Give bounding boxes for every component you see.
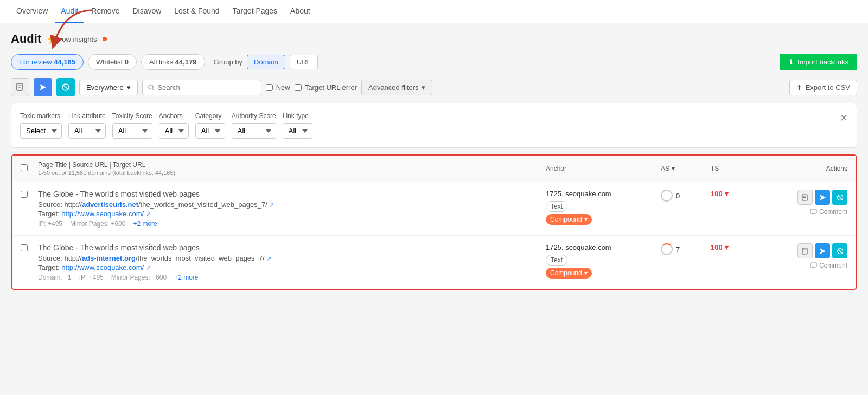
action-send-button-2[interactable] [815, 243, 830, 258]
svg-marker-12 [820, 195, 826, 200]
import-backlinks-button[interactable]: ⬇ Import backlinks [780, 54, 857, 70]
comment-button-1[interactable]: Comment [810, 208, 847, 216]
row-meta-1: IP: +495 Mirror Pages: +600 +2 more [38, 220, 539, 228]
row-source-2: Source: http://ads-internet.org/the_worl… [38, 254, 539, 262]
nav-target-pages[interactable]: Target Pages [227, 0, 283, 23]
row-checkbox-2[interactable] [21, 243, 31, 253]
row-as-1: 0 [661, 190, 704, 202]
row-meta-2: Domain: +1 IP: +495 Mirror Pages: +600 +… [38, 274, 539, 281]
advanced-filter-panel: Toxic markers Select Link attribute All … [11, 103, 857, 148]
col-header-as[interactable]: AS ▾ [661, 165, 704, 172]
anchor-compound-badge-1[interactable]: Compound ▾ [546, 214, 592, 225]
export-csv-button[interactable]: ⬆ Export to CSV [789, 80, 857, 95]
advanced-filters-button[interactable]: Advanced filters ▾ [361, 80, 433, 95]
chevron-compound-icon-1: ▾ [584, 216, 588, 223]
row-title-2: The Globe - The world's most visited web… [38, 243, 539, 252]
ext-link-icon-2[interactable]: ↗ [266, 255, 271, 262]
group-by-label: Group by [214, 58, 242, 66]
svg-line-6 [63, 85, 68, 90]
group-by-domain[interactable]: Domain [247, 55, 285, 69]
target-url-error-checkbox[interactable] [295, 84, 302, 91]
category-select[interactable]: All [195, 123, 225, 139]
everywhere-dropdown[interactable]: Everywhere ▾ [79, 80, 138, 95]
comment-button-2[interactable]: Comment [810, 262, 847, 269]
as-value-2: 7 [676, 245, 680, 254]
send-icon-button[interactable] [34, 78, 52, 96]
svg-rect-22 [810, 263, 816, 267]
more-link-1[interactable]: +2 more [133, 220, 157, 228]
row-title-1: The Globe - The world's most visited web… [38, 190, 539, 198]
target-url-link-2[interactable]: http://www.seoquake.com/ [61, 263, 144, 271]
row-ts-1: 100 ▾ [711, 190, 754, 198]
action-doc-button-2[interactable] [797, 243, 813, 258]
tab-whitelist[interactable]: Whitelist 0 [88, 54, 137, 70]
source-domain-link-1[interactable]: advertiseurls.net [82, 200, 138, 209]
nav-lost-found[interactable]: Lost & Found [169, 0, 225, 23]
filter-authority-score: Authority Score All [232, 112, 276, 139]
nav-audit[interactable]: Audit [55, 0, 84, 23]
nav-overview[interactable]: Overview [11, 0, 53, 23]
filter-anchors: Anchors All [159, 112, 189, 139]
anchor-domain-2: 1725. seoquake.com [546, 243, 654, 251]
send-icon [39, 83, 47, 92]
filter-link-attribute: Link attribute All [68, 112, 106, 139]
select-all-checkbox[interactable] [21, 164, 28, 171]
block-icon-button[interactable] [56, 78, 75, 96]
action-doc-button-1[interactable] [797, 190, 813, 205]
results-table: Page Title | Source URL | Target URL 1-5… [11, 154, 857, 290]
svg-line-14 [838, 195, 842, 199]
row-main-2: The Globe - The world's most visited web… [38, 243, 539, 281]
row-actions-2: Comment [761, 243, 847, 269]
group-by-url[interactable]: URL [290, 55, 318, 69]
new-checkbox-label[interactable]: New [266, 83, 290, 92]
filter-row: Toxic markers Select Link attribute All … [20, 112, 848, 139]
tab-all-links[interactable]: All links 44,179 [141, 54, 205, 70]
action-icons-1 [797, 190, 847, 205]
toolbar: Everywhere ▾ New Target URL error Advanc… [11, 78, 857, 96]
filter-toxic-markers: Toxic markers Select [20, 112, 62, 139]
filter-link-type: Link type All [283, 112, 312, 139]
document-icon [16, 83, 24, 92]
show-insights-link[interactable]: ow insights [62, 35, 97, 43]
toxicity-score-select[interactable]: All [112, 123, 152, 139]
authority-score-select[interactable]: All [232, 123, 276, 139]
nav-remove[interactable]: Remove [86, 0, 125, 23]
anchor-compound-badge-2[interactable]: Compound ▾ [546, 268, 592, 279]
svg-point-7 [149, 85, 153, 89]
target-url-link-1[interactable]: http://www.seoquake.com/ [61, 210, 144, 218]
source-domain-link-2[interactable]: ads-internet.org [82, 254, 136, 262]
col-header-actions: Actions [761, 165, 847, 172]
as-circle-2 [661, 243, 673, 255]
chevron-down-icon-adv: ▾ [422, 83, 425, 92]
new-checkbox[interactable] [266, 84, 273, 91]
nav-disavow[interactable]: Disavow [127, 0, 167, 23]
sort-icon: ▾ [672, 165, 675, 172]
action-send-button-1[interactable] [815, 190, 830, 205]
toxic-markers-select[interactable]: Select [20, 123, 62, 139]
ts-value-1[interactable]: 100 ▾ [711, 190, 754, 198]
link-attribute-select[interactable]: All [68, 123, 106, 139]
row-as-2: 7 [661, 243, 704, 255]
ts-chevron-icon-1: ▾ [725, 190, 729, 198]
action-block-button-1[interactable] [832, 190, 847, 205]
search-icon [148, 84, 155, 91]
ts-value-2[interactable]: 100 ▾ [711, 243, 754, 251]
filter-tabs: For review 44,165 Whitelist 0 All links … [11, 54, 857, 70]
anchors-select[interactable]: All [159, 123, 189, 139]
ext-link-target-icon-2[interactable]: ↗ [146, 264, 151, 271]
as-value-1: 0 [676, 192, 680, 200]
nav-about[interactable]: About [285, 0, 316, 23]
doc-icon-button[interactable] [11, 78, 29, 96]
link-type-select[interactable]: All [283, 123, 312, 139]
ext-link-icon-1[interactable]: ↗ [269, 202, 274, 208]
close-filter-panel-button[interactable]: ✕ [840, 112, 848, 124]
row-checkbox-1[interactable] [21, 190, 31, 199]
search-input[interactable] [157, 83, 255, 92]
tab-for-review[interactable]: For review 44,165 [11, 54, 84, 70]
more-link-2[interactable]: +2 more [174, 274, 198, 281]
action-icons-2 [797, 243, 847, 258]
action-block-button-2[interactable] [832, 243, 847, 258]
ext-link-target-icon-1[interactable]: ↗ [146, 211, 151, 217]
target-url-error-checkbox-label[interactable]: Target URL error [295, 83, 357, 92]
row-anchor-2: 1725. seoquake.com Text Compound ▾ [546, 243, 654, 279]
